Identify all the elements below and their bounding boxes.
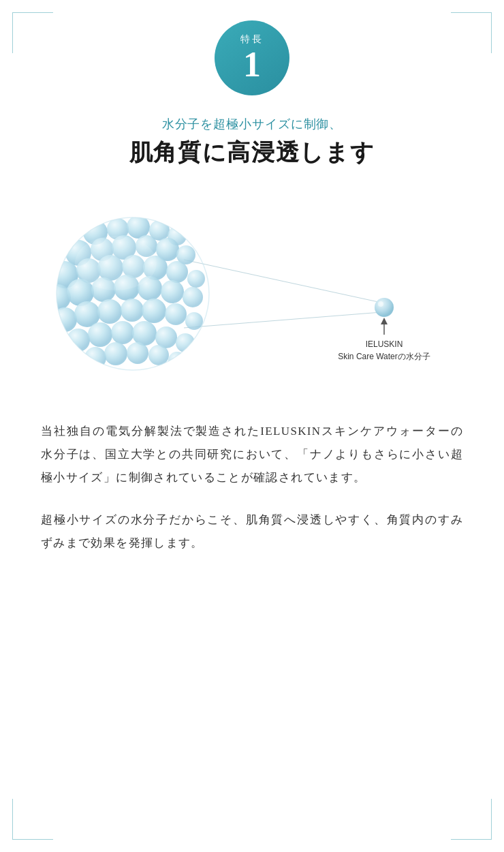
svg-point-43 [127, 342, 148, 364]
small-bubble [375, 298, 394, 317]
svg-point-41 [84, 347, 106, 369]
body-text-section: 当社独自の電気分解製法で製造されたIELUSKINスキンケアウォーターの水分子は… [27, 420, 477, 555]
page-container: 特長 1 水分子を超極小サイズに制御、 肌角質に高浸透します [0, 0, 504, 852]
visual-svg: IELUSKIN Skin Care Waterの水分子 [27, 192, 477, 396]
corner-bottom-right [451, 799, 492, 840]
svg-point-38 [132, 321, 157, 346]
bubble-group [45, 215, 205, 369]
svg-line-2 [184, 312, 381, 328]
svg-point-45 [168, 352, 186, 369]
svg-text:Skin Care Waterの水分子: Skin Care Waterの水分子 [338, 352, 430, 361]
svg-point-34 [185, 312, 203, 330]
svg-point-27 [183, 287, 203, 307]
svg-point-31 [121, 299, 144, 322]
svg-point-42 [104, 342, 127, 365]
corner-top-left [12, 12, 53, 53]
corner-bottom-left [12, 799, 53, 840]
svg-point-37 [111, 321, 134, 344]
svg-point-19 [166, 261, 188, 283]
svg-point-46 [75, 236, 157, 290]
corner-top-right [451, 12, 492, 53]
header-title: 肌角質に高浸透します [27, 138, 477, 168]
svg-marker-50 [381, 318, 388, 324]
svg-point-30 [97, 299, 122, 324]
svg-point-48 [378, 301, 383, 307]
svg-text:IELUSKIN: IELUSKIN [366, 339, 403, 349]
visual-section: IELUSKIN Skin Care Waterの水分子 [27, 192, 477, 396]
header-subtitle: 水分子を超極小サイズに制御、 [27, 116, 477, 132]
body-paragraph-1: 当社独自の電気分解製法で製造されたIELUSKINスキンケアウォーターの水分子は… [41, 420, 463, 489]
svg-point-26 [161, 280, 184, 303]
svg-point-20 [187, 270, 205, 288]
svg-point-32 [142, 299, 166, 323]
svg-point-36 [88, 322, 112, 347]
svg-point-35 [67, 329, 90, 352]
body-paragraph-2: 超極小サイズの水分子だからこそ、肌角質へ浸透しやすく、角質内のすみずみまで効果を… [41, 508, 463, 555]
badge-label: 特長 [240, 33, 264, 46]
feature-badge: 特長 1 [215, 20, 289, 95]
badge-number: 1 [243, 47, 261, 82]
svg-point-33 [165, 303, 187, 325]
svg-line-1 [184, 260, 381, 303]
